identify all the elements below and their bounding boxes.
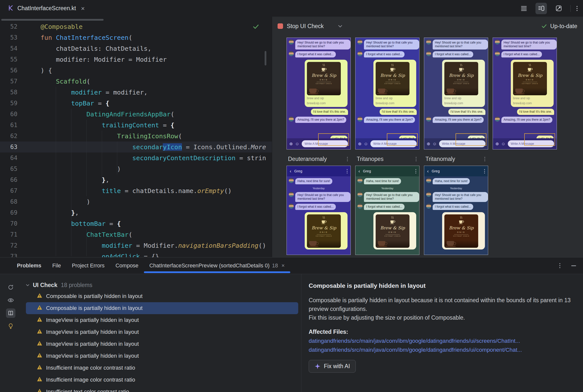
add-icon[interactable]: ⊕	[289, 142, 293, 146]
chat-menu-icon[interactable]	[415, 169, 416, 173]
problem-row[interactable]: ImageView is partially hidden in layout	[26, 314, 298, 326]
problem-row[interactable]: ImageView is partially hidden in layout	[26, 326, 298, 338]
panel-options-icon[interactable]	[559, 263, 560, 268]
code-line[interactable]: 52@Composable	[0, 21, 272, 32]
code-line[interactable]: 62 TrailingIconsRow(	[0, 130, 272, 142]
code-line[interactable]: 66 },	[0, 174, 272, 185]
code-line[interactable]: 73 onAddClick = {}	[0, 251, 272, 257]
link-preview-card[interactable]: Brew & SipONIDCOYFEET CNSIObrew and sipb…	[442, 60, 485, 107]
stop-ui-check-button[interactable]: Stop UI Check	[287, 23, 324, 30]
link-preview-card[interactable]: Brew & SipONIDCOYFEET CNSIO	[442, 212, 485, 250]
horizontal-scrollbar[interactable]	[1, 19, 104, 21]
code-view-icon[interactable]	[518, 3, 529, 14]
code-line[interactable]: 59 topBar = {	[0, 98, 272, 109]
code-line[interactable]: 54 chatDetails: ChatDetails,	[0, 43, 272, 54]
chat-message-received: Haha, next time for sure!	[358, 178, 419, 184]
phone-preview-card[interactable]: Hey! Should we go to that cafe you menti…	[286, 38, 351, 150]
link-preview-card[interactable]: Brew & SipONIDCOYFEET CNSIO	[373, 212, 416, 250]
affected-file-link[interactable]: datingandfriends/src/main/java/com/ibm/g…	[309, 338, 575, 344]
code-line[interactable]: 67 title = chatDetails.name.orEmpty()	[0, 185, 272, 196]
back-icon[interactable]: ‹	[427, 169, 429, 173]
chat-bubble-received: Hey! Should we go to that cafe you menti…	[364, 40, 419, 50]
code-line[interactable]: 61 trailingContent = {	[0, 120, 272, 130]
preview-menu-icon[interactable]	[416, 157, 416, 161]
problem-row[interactable]: Insufficient image color contrast ratio	[26, 362, 298, 374]
code-line[interactable]: 72 modifier = Modifier.navigationBarsPad…	[0, 240, 272, 251]
chat-bubble-received: Hey! Should we go to that cafe you menti…	[433, 40, 488, 50]
chat-message-received: Amazing, I'll see you there at 2pm?	[289, 117, 351, 123]
affected-file-link[interactable]: datingandfriends/src/main/java/com/ibm/g…	[309, 347, 575, 353]
coffee-photo-cup	[309, 241, 317, 246]
chat-message-received: Amazing, I'll see you there at 2pm?	[495, 117, 557, 123]
problem-row[interactable]: Insufficient text color contrast ratio	[26, 386, 298, 392]
link-preview-card[interactable]: Brew & SipONIDCOYFEET CNSIObrew and sipb…	[511, 60, 554, 107]
code-line[interactable]: 57 Scaffold(	[0, 76, 272, 87]
code-line[interactable]: 58 modifier = modifier,	[0, 87, 272, 98]
avatar	[426, 204, 431, 209]
ui-check-highlight	[524, 133, 555, 146]
problem-row[interactable]: ImageView is partially hidden in layout	[26, 350, 298, 362]
minimize-icon[interactable]	[571, 266, 576, 266]
code-line[interactable]: 56) {	[0, 65, 272, 76]
link-preview-card[interactable]: Brew & SipONIDCOYFEET CNSIO	[305, 212, 348, 250]
chat-menu-icon[interactable]	[347, 169, 348, 173]
phone-preview-card[interactable]: Hey! Should we go to that cafe you menti…	[355, 38, 419, 150]
inspections-ok-icon[interactable]	[252, 23, 259, 31]
chat-bubble-received: Hey! Should we go to that cafe you menti…	[295, 40, 351, 50]
phone-preview-card[interactable]: Hey! Should we go to that cafe you menti…	[493, 38, 557, 150]
phone-preview-card[interactable]: ‹GregHaha, next time for sure!YesterdayH…	[286, 166, 351, 255]
code-line[interactable]: 68 )	[0, 196, 272, 207]
file-tab[interactable]: ChatInterfaceScreen.kt ×	[0, 0, 92, 17]
indent-guide	[86, 120, 87, 196]
code-line[interactable]: 53fun ChatInterfaceScreen(	[0, 32, 272, 43]
stop-dropdown-chevron-icon[interactable]	[338, 25, 342, 28]
problem-row[interactable]: Composable is partially hidden in layout	[26, 302, 298, 314]
emoji-icon[interactable]: ☺	[364, 142, 368, 146]
code-line[interactable]: 63 secondaryIcon = Icons.Outlined.More	[0, 142, 272, 152]
add-icon[interactable]: ⊕	[427, 142, 430, 146]
problem-row[interactable]: ImageView is partially hidden in layout	[26, 338, 298, 350]
add-icon[interactable]: ⊕	[358, 142, 362, 146]
panel-divider[interactable]	[301, 274, 302, 392]
link-preview-card[interactable]: Brew & SipONIDCOYFEET CNSIObrew and sipb…	[305, 60, 348, 107]
code-line[interactable]: 70 bottomBar = {	[0, 218, 272, 229]
preview-view-icon[interactable]	[553, 3, 564, 14]
link-preview-card[interactable]: Brew & SipONIDCOYFEET CNSIObrew and sipb…	[373, 60, 416, 107]
more-options-icon[interactable]	[576, 6, 577, 11]
emoji-icon[interactable]: ☺	[432, 142, 437, 146]
chat-menu-icon[interactable]	[484, 169, 485, 173]
avatar	[358, 51, 363, 56]
code-line[interactable]: 55 modifier: Modifier = Modifier	[0, 54, 272, 65]
add-icon[interactable]: ⊕	[495, 142, 499, 146]
code-line[interactable]: 65 )	[0, 164, 272, 174]
warning-icon	[37, 353, 42, 359]
code-text: ) {	[18, 67, 52, 74]
steam-icon	[322, 64, 326, 68]
split-view-icon[interactable]	[535, 3, 547, 14]
back-icon[interactable]: ‹	[290, 169, 291, 173]
phone-preview-card[interactable]: ‹GregHaha, next time for sure!YesterdayH…	[424, 166, 488, 255]
back-icon[interactable]: ‹	[359, 169, 360, 173]
stop-icon[interactable]	[277, 24, 283, 29]
phone-preview-card[interactable]: Hey! Should we go to that cafe you menti…	[424, 38, 488, 150]
code-line[interactable]: 71 ChatTextBar(	[0, 229, 272, 240]
code-line[interactable]: 69 },	[0, 207, 272, 218]
code-editor[interactable]: 52@Composable53fun ChatInterfaceScreen(5…	[0, 17, 272, 257]
phone-preview-card[interactable]: ‹GregHaha, next time for sure!YesterdayH…	[355, 166, 419, 255]
toolbar-separator	[570, 5, 570, 12]
preview-label: Deuteranomaly	[288, 153, 348, 165]
preview-menu-icon[interactable]	[347, 157, 348, 161]
emoji-icon[interactable]: ☺	[295, 142, 299, 146]
tab-close-icon[interactable]: ×	[81, 5, 85, 12]
fix-with-ai-button[interactable]: Fix with AI	[309, 360, 356, 372]
emoji-icon[interactable]: ☺	[501, 142, 505, 146]
code-line[interactable]: 60 DatingAndFriendsAppBar(	[0, 109, 272, 120]
problem-row[interactable]: Composable is partially hidden in layout	[26, 290, 298, 302]
code-line[interactable]: 64 secondaryContentDescription = strin	[0, 152, 272, 164]
chat-body: Haha, next time for sure!YesterdayHey! S…	[287, 178, 351, 250]
brew-sip-brand: Brew & Sip	[312, 73, 336, 78]
coffee-photo-saucer	[308, 93, 319, 94]
problem-row[interactable]: Insufficient image color contrast ratio	[26, 374, 298, 386]
preview-menu-icon[interactable]	[484, 157, 485, 161]
decorative-rule	[523, 82, 537, 82]
